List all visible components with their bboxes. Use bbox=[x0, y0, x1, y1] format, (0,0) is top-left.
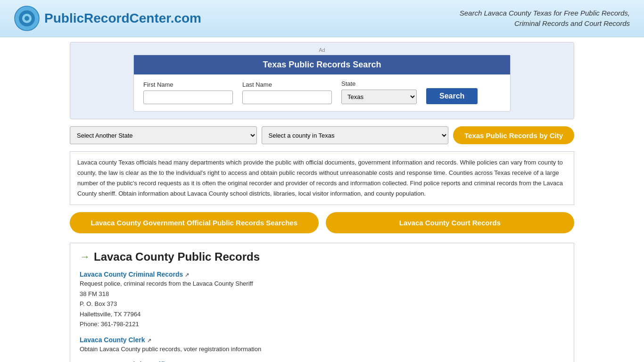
government-records-button[interactable]: Lavaca County Government Official Public… bbox=[70, 212, 319, 233]
county-select[interactable]: Select a county in Texas bbox=[262, 126, 449, 144]
record-description: Obtain Lavaca County public records, vot… bbox=[80, 345, 564, 354]
record-link[interactable]: Lavaca County Criminal Records↗ bbox=[80, 271, 189, 278]
site-name[interactable]: PublicRecordCenter.com bbox=[44, 11, 201, 26]
filter-row: Select Another State Select a county in … bbox=[70, 126, 574, 144]
search-button[interactable]: Search bbox=[426, 88, 478, 104]
search-box: Texas Public Records Search First Name L… bbox=[133, 55, 511, 112]
record-item: Lavaca County Clerk↗Obtain Lavaca County… bbox=[80, 336, 564, 354]
description: Lavaca county Texas officials head many … bbox=[70, 151, 574, 205]
section-title: → Lavaca County Public Records bbox=[80, 250, 564, 263]
record-description: P. O. Box 373 bbox=[80, 299, 564, 309]
search-box-title: Texas Public Records Search bbox=[134, 55, 510, 74]
record-item: Lavaca County Criminal Records↗Request p… bbox=[80, 271, 564, 329]
logo-icon bbox=[14, 6, 40, 31]
last-name-label: Last Name bbox=[242, 81, 332, 88]
site-header: PublicRecordCenter.com Search Lavaca Cou… bbox=[0, 0, 644, 37]
state-group: State Texas bbox=[341, 80, 417, 104]
public-records-section: → Lavaca County Public Records Lavaca Co… bbox=[70, 243, 574, 362]
logo-area: PublicRecordCenter.com bbox=[14, 6, 201, 31]
arrow-icon: → bbox=[80, 251, 90, 263]
first-name-input[interactable] bbox=[143, 90, 233, 104]
ad-section: Ad Texas Public Records Search First Nam… bbox=[70, 42, 574, 119]
action-buttons: Lavaca County Government Official Public… bbox=[70, 212, 574, 233]
records-list: Lavaca County Criminal Records↗Request p… bbox=[80, 271, 564, 362]
last-name-input[interactable] bbox=[242, 90, 332, 104]
external-link-icon: ↗ bbox=[147, 337, 151, 343]
state-select[interactable]: Select Another State bbox=[70, 126, 257, 144]
city-button[interactable]: Texas Public Records by City bbox=[453, 126, 574, 144]
record-description: Phone: 361-798-2121 bbox=[80, 320, 564, 329]
first-name-group: First Name bbox=[143, 81, 233, 104]
svg-point-3 bbox=[25, 16, 29, 21]
state-dropdown[interactable]: Texas bbox=[341, 90, 417, 104]
main-content: Ad Texas Public Records Search First Nam… bbox=[63, 37, 581, 362]
last-name-group: Last Name bbox=[242, 81, 332, 104]
court-records-button[interactable]: Lavaca County Court Records bbox=[326, 212, 575, 233]
search-fields: First Name Last Name State Texas Search bbox=[134, 74, 510, 111]
record-description: Hallettsville, TX 77964 bbox=[80, 310, 564, 319]
external-link-icon: ↗ bbox=[185, 272, 189, 278]
state-label: State bbox=[341, 80, 417, 87]
first-name-label: First Name bbox=[143, 81, 233, 88]
record-link[interactable]: Lavaca County Clerk↗ bbox=[80, 336, 151, 344]
record-description: Request police, criminal records from th… bbox=[80, 279, 564, 288]
header-tagline: Search Lavaca County Texas for Free Publ… bbox=[460, 8, 630, 29]
record-description: 38 FM 318 bbox=[80, 289, 564, 299]
ad-label: Ad bbox=[80, 47, 564, 53]
